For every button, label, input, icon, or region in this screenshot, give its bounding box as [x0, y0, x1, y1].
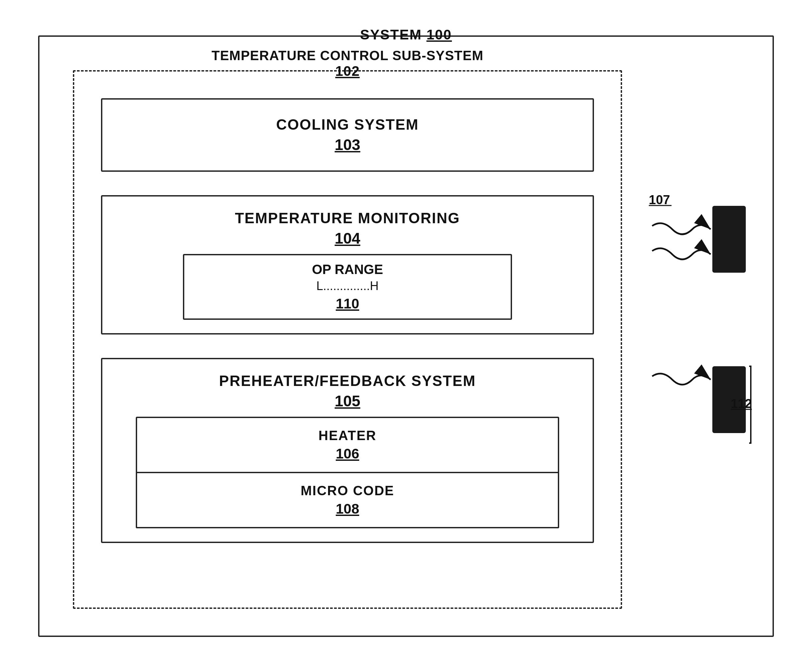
- preheater-label: PREHEATER/FEEDBACK SYSTEM: [219, 373, 476, 389]
- temp-control-subsystem: TEMPERATURE CONTROL SUB-SYSTEM 102 COOLI…: [73, 70, 622, 609]
- squiggle-arrow-2: [652, 248, 711, 259]
- system-number: 100: [426, 27, 452, 43]
- subsystem-label: TEMPERATURE CONTROL SUB-SYSTEM 102: [212, 48, 484, 79]
- right-panel: 107 112: [645, 186, 752, 487]
- cooling-system-label: COOLING SYSTEM: [276, 116, 419, 133]
- op-range-text: L..............H: [316, 279, 379, 293]
- temp-monitoring-label: TEMPERATURE MONITORING: [235, 210, 460, 226]
- page-container: SYSTEM 100 TEMPERATURE CONTROL SUB-SYSTE…: [21, 19, 791, 653]
- inner-content: COOLING SYSTEM 103 TEMPERATURE MONITORIN…: [101, 98, 594, 581]
- label-107-text: 107: [649, 193, 670, 207]
- op-range-number: 110: [336, 296, 359, 312]
- label-112-text: 112: [731, 396, 752, 411]
- squiggle-arrow-3: [652, 374, 711, 384]
- system-outer-border: SYSTEM 100 TEMPERATURE CONTROL SUB-SYSTE…: [38, 36, 774, 637]
- sub-boxes: HEATER 106 MICRO CODE 108: [113, 417, 583, 528]
- op-range-box: OP RANGE L..............H 110: [183, 254, 512, 320]
- system-label: SYSTEM 100: [360, 27, 452, 43]
- subsystem-text: TEMPERATURE CONTROL SUB-SYSTEM: [212, 48, 484, 63]
- micro-code-sub-box: MICRO CODE 108: [136, 473, 559, 528]
- system-text: SYSTEM: [360, 27, 422, 43]
- device-block-top: [712, 206, 746, 273]
- op-range-label: OP RANGE: [312, 262, 383, 277]
- subsystem-number: 102: [212, 63, 484, 79]
- squiggle-arrow-1: [652, 223, 711, 234]
- preheater-box: PREHEATER/FEEDBACK SYSTEM 105 HEATER 106…: [101, 358, 594, 543]
- preheater-number: 105: [335, 392, 360, 410]
- heater-number: 106: [336, 446, 359, 462]
- micro-code-label: MICRO CODE: [301, 483, 394, 498]
- heater-sub-box: HEATER 106: [136, 417, 559, 473]
- micro-code-number: 108: [336, 501, 359, 517]
- preheater-inner: PREHEATER/FEEDBACK SYSTEM 105 HEATER 106…: [113, 373, 583, 528]
- temp-monitoring-box: TEMPERATURE MONITORING 104 OP RANGE L...…: [101, 195, 594, 335]
- heater-label: HEATER: [318, 428, 376, 443]
- cooling-system-number: 103: [335, 136, 360, 154]
- temp-monitoring-number: 104: [335, 229, 360, 247]
- temp-monitoring-inner: TEMPERATURE MONITORING 104 OP RANGE L...…: [113, 210, 583, 320]
- cooling-system-box: COOLING SYSTEM 103: [101, 98, 594, 172]
- right-diagram-svg: 107 112: [645, 186, 752, 487]
